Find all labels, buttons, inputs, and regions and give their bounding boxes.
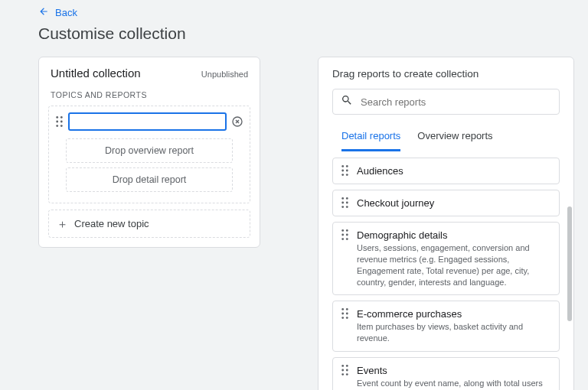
svg-point-20 [346, 229, 348, 232]
svg-point-9 [341, 170, 344, 172]
back-label: Back [55, 7, 77, 18]
drag-handle-icon [341, 229, 349, 240]
svg-point-18 [346, 206, 348, 208]
drag-handle-icon [341, 165, 349, 176]
topic-name-input[interactable] [68, 112, 227, 131]
svg-point-19 [341, 229, 344, 232]
plus-icon: ＋ [57, 218, 68, 229]
svg-point-29 [341, 317, 344, 320]
report-item[interactable]: Audiences [332, 158, 560, 184]
svg-point-17 [341, 206, 344, 208]
svg-point-8 [346, 165, 348, 167]
svg-point-16 [346, 202, 348, 204]
search-input[interactable] [361, 96, 551, 108]
svg-point-15 [341, 202, 344, 204]
reports-panel-title: Drag reports to create collection [318, 68, 573, 89]
tab-overview-reports[interactable]: Overview reports [417, 125, 492, 151]
svg-point-31 [341, 365, 344, 367]
svg-point-10 [346, 170, 348, 172]
report-item[interactable]: Checkout journey [332, 190, 560, 216]
clear-topic-icon[interactable] [231, 115, 243, 128]
search-icon [341, 94, 353, 109]
svg-point-34 [346, 369, 348, 372]
svg-point-27 [341, 313, 344, 315]
report-description: Event count by event name, along with to… [357, 378, 551, 390]
reports-panel: Drag reports to create collection Detail… [318, 57, 574, 390]
svg-point-7 [341, 165, 344, 167]
report-description: Item purchases by views, basket activity… [357, 321, 551, 344]
page-title: Customise collection [38, 24, 574, 43]
drag-handle-icon [341, 308, 349, 319]
drag-handle-icon [341, 365, 349, 375]
topics-reports-label: TOPICS AND REPORTS [39, 87, 260, 106]
collection-title: Untitled collection [51, 67, 141, 80]
svg-point-1 [60, 116, 63, 119]
drag-handle-icon [341, 197, 349, 208]
svg-point-28 [346, 313, 348, 315]
svg-point-2 [56, 121, 58, 123]
svg-point-25 [341, 308, 344, 310]
svg-point-5 [60, 125, 63, 127]
svg-point-21 [341, 234, 344, 236]
report-item[interactable]: Demographic detailsUsers, sessions, enga… [332, 222, 560, 295]
svg-point-14 [346, 197, 348, 200]
svg-point-12 [346, 174, 348, 176]
report-title: Demographic details [357, 229, 551, 241]
collection-editor-card: Untitled collection Unpublished TOPICS A… [38, 57, 260, 248]
svg-point-30 [346, 317, 348, 320]
svg-point-35 [341, 373, 344, 375]
back-link[interactable]: Back [38, 6, 77, 19]
tab-detail-reports[interactable]: Detail reports [341, 125, 400, 151]
report-description: Users, sessions, engagement, conversion … [357, 242, 551, 288]
svg-point-24 [346, 238, 348, 240]
create-topic-label: Create new topic [74, 218, 149, 229]
report-title: Audiences [357, 165, 403, 177]
svg-point-32 [346, 365, 348, 367]
create-topic-button[interactable]: ＋ Create new topic [48, 210, 250, 238]
scrollbar-thumb[interactable] [567, 206, 572, 321]
drag-handle-icon[interactable] [55, 116, 64, 127]
svg-point-33 [341, 369, 344, 372]
svg-point-3 [60, 121, 63, 123]
svg-point-4 [56, 125, 58, 127]
report-title: E-commerce purchases [357, 308, 551, 320]
publish-status: Unpublished [201, 70, 248, 79]
overview-drop-zone[interactable]: Drop overview report [66, 138, 233, 163]
report-title: Checkout journey [357, 197, 434, 209]
report-search[interactable] [332, 89, 560, 115]
svg-point-26 [346, 308, 348, 310]
svg-point-0 [56, 116, 58, 119]
topic-block: Drop overview report Drop detail report [48, 106, 250, 203]
svg-point-11 [341, 174, 344, 176]
svg-point-23 [341, 238, 344, 240]
svg-point-13 [341, 197, 344, 200]
report-title: Events [357, 365, 551, 376]
svg-point-22 [346, 234, 348, 236]
report-item[interactable]: E-commerce purchasesItem purchases by vi… [332, 301, 560, 352]
detail-drop-zone[interactable]: Drop detail report [66, 167, 233, 192]
arrow-left-icon [38, 6, 49, 19]
report-item[interactable]: EventsEvent count by event name, along w… [332, 357, 560, 390]
svg-point-36 [346, 373, 348, 375]
